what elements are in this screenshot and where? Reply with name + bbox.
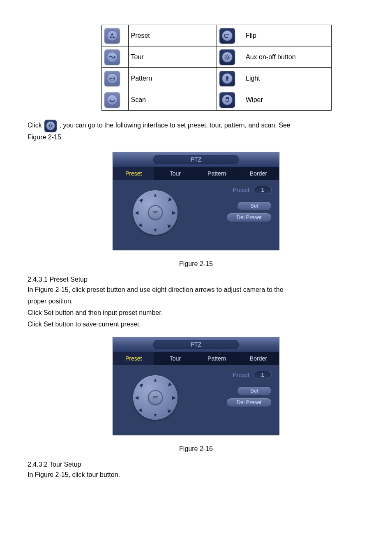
- ptz-icon-reference-table: Preset Flip Tour Aux on-off button Patte…: [101, 25, 332, 111]
- preset-setup-heading: 2.4.3.1 Preset Setup: [28, 276, 364, 283]
- ptz-direction-pad[interactable]: ▲ ▼ ◀ ▶ ▶ ◀ ▶ ◀ SIT: [131, 188, 180, 237]
- tour-line1: In Figure 2-15, click tour button.: [28, 470, 364, 480]
- svg-rect-14: [226, 99, 228, 101]
- svg-line-23: [52, 124, 52, 125]
- del-preset-button[interactable]: Del Preset: [226, 213, 272, 222]
- cell-wiper: Wiper: [243, 89, 332, 111]
- ptz-title-2: PTZ: [153, 340, 239, 349]
- svg-line-10: [225, 58, 226, 59]
- cell-aux: Aux on-off button: [243, 46, 332, 68]
- svg-point-15: [49, 125, 51, 127]
- preset-label-2: Preset: [233, 372, 249, 378]
- preset-line1: In Figure 2-15, click preset button and …: [28, 285, 364, 295]
- aux-setup-intro: Click , you can go to the following inte…: [28, 120, 364, 143]
- figure-2-16-caption: Figure 2-16: [28, 445, 364, 453]
- ptz-down[interactable]: ▼: [153, 227, 158, 233]
- ptz-tabs: Preset Tour Pattern Border: [113, 167, 279, 180]
- ptz-right-2[interactable]: ▶: [172, 395, 176, 400]
- ptz-left[interactable]: ◀: [135, 210, 138, 215]
- aux-set-icon: [219, 49, 235, 65]
- tab-pattern-2[interactable]: Pattern: [196, 352, 238, 365]
- preset-label: Preset: [233, 187, 249, 193]
- tour-icon: [104, 49, 120, 65]
- preset-number-input[interactable]: 1: [254, 186, 272, 194]
- ptz-up[interactable]: ▲: [153, 192, 158, 198]
- cell-flip: Flip: [243, 25, 332, 46]
- flip-icon: [219, 28, 235, 44]
- svg-line-22: [49, 127, 49, 127]
- figure-2-15-caption: Figure 2-15: [28, 260, 364, 268]
- tab-pattern[interactable]: Pattern: [196, 167, 238, 180]
- set-button[interactable]: Set: [237, 201, 272, 210]
- ptz-setup-panel-1: PTZ Preset Tour Pattern Border ▲ ▼ ◀ ▶ ▶…: [113, 152, 279, 250]
- cell-preset: Preset: [128, 25, 217, 46]
- set-button-2[interactable]: Set: [237, 386, 272, 395]
- tour-setup-heading: 2.4.3.2 Tour Setup: [28, 461, 364, 468]
- ptz-up-2[interactable]: ▲: [153, 377, 158, 383]
- tab-border[interactable]: Border: [238, 167, 279, 180]
- ptz-right[interactable]: ▶: [172, 210, 176, 215]
- ptz-title: PTZ: [153, 155, 239, 164]
- del-preset-button-2[interactable]: Del Preset: [226, 398, 272, 407]
- tab-preset[interactable]: Preset: [113, 167, 154, 180]
- svg-point-3: [226, 56, 228, 58]
- tab-tour-2[interactable]: Tour: [154, 352, 196, 365]
- ptz-setup-panel-2: PTZ Preset Tour Pattern Border ▲ ▼ ◀ ▶ ▶…: [113, 337, 279, 435]
- preset-line3: Click Set button and then input preset n…: [28, 308, 364, 318]
- ptz-direction-pad-2[interactable]: ▲ ▼ ◀ ▶ ▶ ◀ ▶ ◀ SIT: [131, 373, 180, 422]
- cell-scan: Scan: [128, 89, 217, 111]
- ptz-titlebar: PTZ: [113, 152, 279, 167]
- cell-pattern: Pattern: [128, 68, 217, 89]
- tab-tour[interactable]: Tour: [154, 167, 196, 180]
- ptz-titlebar-2: PTZ: [113, 337, 279, 352]
- svg-rect-13: [226, 80, 228, 81]
- preset-icon: [104, 28, 120, 44]
- cell-light: Light: [243, 68, 332, 89]
- ptz-sit-button[interactable]: SIT: [148, 205, 163, 220]
- scan-icon: [104, 92, 120, 108]
- pattern-icon: [104, 71, 120, 86]
- tab-preset-2[interactable]: Preset: [113, 352, 154, 365]
- svg-line-11: [228, 55, 229, 56]
- svg-line-20: [49, 124, 49, 125]
- tab-border-2[interactable]: Border: [238, 352, 279, 365]
- ptz-left-2[interactable]: ◀: [135, 395, 138, 400]
- ptz-down-2[interactable]: ▼: [153, 412, 158, 418]
- light-icon: [219, 71, 235, 86]
- svg-line-21: [52, 127, 52, 127]
- ptz-sit-button-2[interactable]: SIT: [148, 390, 163, 405]
- svg-line-9: [228, 58, 229, 59]
- cell-tour: Tour: [128, 46, 217, 68]
- wiper-icon: [219, 92, 235, 108]
- preset-number-input-2[interactable]: 1: [254, 371, 272, 379]
- ptz-tabs-2: Preset Tour Pattern Border: [113, 352, 279, 365]
- preset-line4: Click Set button to save current preset.: [28, 319, 364, 329]
- svg-line-8: [225, 55, 226, 56]
- aux-set-icon-inline: [44, 120, 57, 132]
- preset-line2: proper position.: [28, 296, 364, 306]
